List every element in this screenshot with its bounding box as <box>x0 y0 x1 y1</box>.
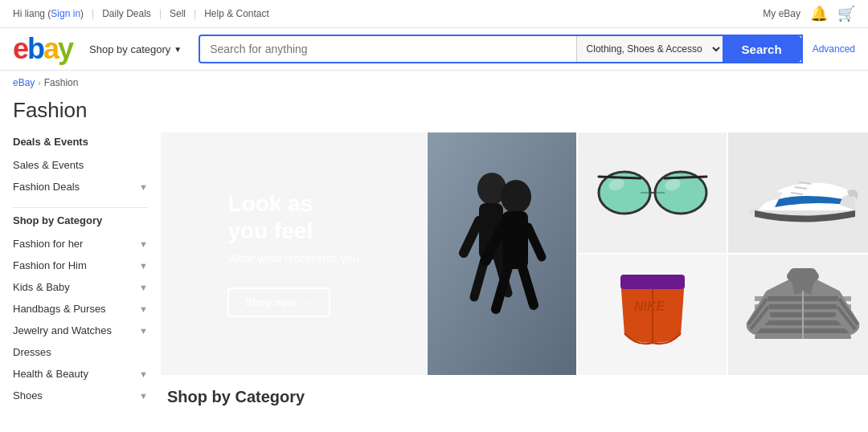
chevron-down-icon: ▼ <box>139 283 148 292</box>
svg-rect-29 <box>789 268 817 279</box>
deals-events-title: Deals & Events <box>13 136 148 148</box>
shop-by-category-section-title: Shop by Category <box>161 375 868 406</box>
search-button[interactable]: Search <box>723 36 801 62</box>
shop-by-category-label: Shop by category <box>89 43 170 55</box>
shop-by-category-button[interactable]: Shop by category ▼ <box>82 38 189 61</box>
hero-subtext: Wear what represents you <box>227 252 358 265</box>
breadcrumb-home[interactable]: eBay <box>13 77 35 88</box>
sidebar-item-fashion-her[interactable]: Fashion for her ▼ <box>13 233 148 255</box>
sidebar-item-sales-events[interactable]: Sales & Events <box>13 154 148 176</box>
sidebar-item-label: Fashion Deals <box>13 181 80 193</box>
hero-banner: Look asyou feel Wear what represents you… <box>161 132 426 375</box>
chevron-down-icon: ▼ <box>139 239 148 249</box>
chevron-down-icon: ▼ <box>139 182 148 192</box>
sidebar-item-label: Dresses <box>13 346 51 358</box>
svg-line-3 <box>599 177 641 178</box>
sidebar-item-fashion-him[interactable]: Fashion for Him ▼ <box>13 255 148 276</box>
sneaker-image[interactable] <box>728 132 868 253</box>
sidebar-item-label: Jewelry and Watches <box>13 324 112 336</box>
chevron-down-icon: ▼ <box>174 45 182 54</box>
shop-now-button[interactable]: Shop now → <box>227 287 330 317</box>
jacket-image[interactable] <box>728 255 868 375</box>
sidebar-item-kids-baby[interactable]: Kids & Baby ▼ <box>13 276 148 298</box>
sep3: | <box>194 8 196 19</box>
sidebar: Deals & Events Sales & Events Fashion De… <box>0 132 161 416</box>
breadcrumb: eBay › Fashion <box>0 71 868 95</box>
shorts-image[interactable]: NIKE <box>578 255 727 375</box>
notifications-icon[interactable]: 🔔 <box>810 5 828 22</box>
logo-a: a <box>43 32 58 65</box>
sep1: | <box>92 8 94 19</box>
sidebar-item-handbags[interactable]: Handbags & Purses ▼ <box>13 298 148 320</box>
chevron-down-icon: ▼ <box>139 391 148 401</box>
logo-b: b <box>27 32 43 65</box>
sidebar-item-fashion-deals[interactable]: Fashion Deals ▼ <box>13 176 148 198</box>
main-layout: Deals & Events Sales & Events Fashion De… <box>0 132 868 416</box>
hero-headline: Look asyou feel Wear what represents you… <box>227 190 358 317</box>
greeting-text: Hi liang (Sign in) <box>13 8 84 19</box>
shop-by-category-section: Shop by Category Fashion for her ▼ Fashi… <box>13 214 148 406</box>
sidebar-item-jewelry[interactable]: Jewelry and Watches ▼ <box>13 320 148 341</box>
header: ebay Shop by category ▼ Clothing, Shoes … <box>0 28 868 71</box>
svg-rect-24 <box>620 275 685 289</box>
logo-y: y <box>58 32 72 65</box>
shop-by-category-title: Shop by Category <box>13 214 148 226</box>
shorts-svg: NIKE <box>600 263 705 367</box>
hero-grid: Look asyou feel Wear what represents you… <box>161 132 868 375</box>
sunglasses-svg <box>592 161 713 225</box>
sell-link[interactable]: Sell <box>170 8 186 19</box>
sidebar-item-dresses[interactable]: Dresses <box>13 341 148 363</box>
svg-text:NIKE: NIKE <box>634 300 666 313</box>
deals-events-section: Deals & Events Sales & Events Fashion De… <box>13 136 148 198</box>
sidebar-item-label: Fashion for Him <box>13 259 87 271</box>
page-title: Fashion <box>0 95 868 132</box>
jacket-svg <box>739 259 867 371</box>
breadcrumb-current: Fashion <box>44 77 79 88</box>
chevron-down-icon: ▼ <box>139 369 148 379</box>
sidebar-item-shoes[interactable]: Shoes ▼ <box>13 385 148 406</box>
sidebar-item-label: Shoes <box>13 389 43 401</box>
sunglasses-image[interactable] <box>578 132 727 253</box>
hero-area: Look asyou feel Wear what represents you… <box>161 132 868 416</box>
sidebar-item-label: Health & Beauty <box>13 368 88 380</box>
sidebar-item-health-beauty[interactable]: Health & Beauty ▼ <box>13 363 148 385</box>
sidebar-item-label: Kids & Baby <box>13 281 70 293</box>
logo-e: e <box>13 32 27 65</box>
help-link[interactable]: Help & Contact <box>204 8 269 19</box>
sidebar-item-label: Handbags & Purses <box>13 303 106 315</box>
arrow-icon: → <box>302 296 313 308</box>
sidebar-item-label: Sales & Events <box>13 159 84 171</box>
sign-in-link[interactable]: Sign in <box>51 8 80 19</box>
search-bar: Clothing, Shoes & Accesso All Categories… <box>199 35 802 63</box>
topbar-right: My eBay 🔔 🛒 <box>763 5 855 22</box>
category-select[interactable]: Clothing, Shoes & Accesso All Categories… <box>576 36 723 62</box>
sneaker-svg <box>739 153 867 233</box>
shop-now-label: Shop now <box>245 296 295 308</box>
my-ebay-link[interactable]: My eBay <box>763 8 800 19</box>
svg-rect-15 <box>502 211 528 269</box>
athlete-svg <box>428 132 576 375</box>
cart-icon[interactable]: 🛒 <box>837 5 855 22</box>
daily-deals-link[interactable]: Daily Deals <box>102 8 151 19</box>
svg-line-23 <box>799 182 811 184</box>
athlete-image[interactable] <box>428 132 576 375</box>
hero-headline-text: Look asyou feel <box>227 190 358 244</box>
topbar: Hi liang (Sign in) | Daily Deals | Sell … <box>0 0 868 28</box>
chevron-down-icon: ▼ <box>139 304 148 314</box>
sidebar-item-label: Fashion for her <box>13 238 83 250</box>
ebay-logo[interactable]: ebay <box>13 35 72 63</box>
search-input[interactable] <box>200 36 575 62</box>
sep2: | <box>159 8 162 19</box>
chevron-down-icon: ▼ <box>139 261 148 271</box>
svg-point-14 <box>501 180 531 214</box>
chevron-down-icon: ▼ <box>139 326 148 336</box>
breadcrumb-arrow: › <box>38 79 40 88</box>
advanced-search-link[interactable]: Advanced <box>813 43 855 55</box>
svg-line-4 <box>665 177 706 178</box>
sidebar-divider <box>13 207 148 208</box>
